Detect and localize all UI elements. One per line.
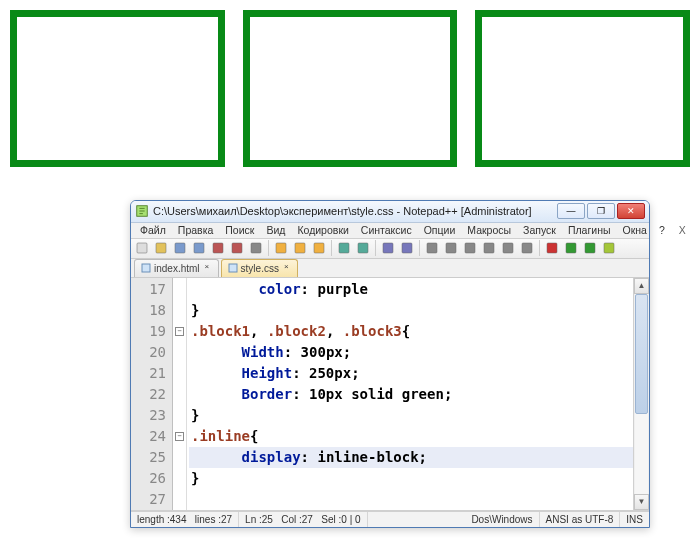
print-icon[interactable] [247,239,265,257]
svg-rect-15 [427,243,437,253]
redo-icon[interactable] [354,239,372,257]
menu-макросы[interactable]: Макросы [462,223,516,237]
scroll-up-icon[interactable]: ▲ [634,278,649,294]
cut-icon[interactable] [272,239,290,257]
code-line[interactable]: .inline{ [189,426,633,447]
file-icon [141,263,151,273]
scroll-down-icon[interactable]: ▼ [634,494,649,510]
fold-cell [173,363,186,384]
svg-rect-20 [522,243,532,253]
window-controls: — ❐ ✕ [557,203,645,219]
maximize-button[interactable]: ❐ [587,203,615,219]
tab-style-css[interactable]: style.css× [221,259,298,277]
menu-close-x[interactable]: X [674,223,691,237]
block1 [10,10,225,167]
code-line[interactable]: } [189,405,633,426]
fold-cell [173,384,186,405]
replace-icon[interactable] [398,239,416,257]
code-line[interactable]: .block1, .block2, .block3{ [189,321,633,342]
copy-icon[interactable] [291,239,309,257]
menu-запуск[interactable]: Запуск [518,223,561,237]
minimize-button[interactable]: — [557,203,585,219]
undo-icon[interactable] [335,239,353,257]
new-file-icon[interactable] [133,239,151,257]
vertical-scrollbar[interactable]: ▲ ▼ [633,278,649,510]
fold-cell[interactable]: − [173,321,186,342]
status-encoding: ANSI as UTF-8 [540,512,621,527]
fold-cell[interactable]: − [173,426,186,447]
fold-cell [173,447,186,468]
open-icon[interactable] [152,239,170,257]
save-all-icon[interactable] [190,239,208,257]
fold-cell [173,300,186,321]
menu-файл[interactable]: Файл [135,223,171,237]
tab-label: index.html [154,263,200,274]
svg-rect-13 [383,243,393,253]
close-button[interactable]: ✕ [617,203,645,219]
record-macro-icon[interactable] [543,239,561,257]
status-caret: Ln : 25 Col : 27 Sel : 0 | 0 [239,512,367,527]
code-line[interactable]: color: purple [189,279,633,300]
fold-box-icon[interactable]: − [175,327,184,336]
fold-margin: −− [173,278,187,510]
code-line[interactable]: } [189,300,633,321]
guide-icon[interactable] [499,239,517,257]
menu-?[interactable]: ? [654,223,670,237]
menu-окна[interactable]: Окна [618,223,652,237]
find-icon[interactable] [379,239,397,257]
menu-вид[interactable]: Вид [261,223,290,237]
block3 [475,10,690,167]
block2 [243,10,458,167]
paste-icon[interactable] [310,239,328,257]
svg-rect-26 [229,264,237,272]
menu-поиск[interactable]: Поиск [220,223,259,237]
fold-cell [173,405,186,426]
menu-синтаксис[interactable]: Синтаксис [356,223,417,237]
tab-index-html[interactable]: index.html× [134,259,219,277]
play-macro-icon[interactable] [562,239,580,257]
svg-rect-2 [156,243,166,253]
code-line[interactable]: } [189,468,633,489]
svg-rect-16 [446,243,456,253]
svg-rect-25 [142,264,150,272]
fold-icon[interactable] [518,239,536,257]
code-line[interactable]: Width: 300px; [189,342,633,363]
fold-cell [173,342,186,363]
menu-плагины[interactable]: Плагины [563,223,616,237]
code-line[interactable]: Border: 10px solid green; [189,384,633,405]
menu-правка[interactable]: Правка [173,223,218,237]
show-all-icon[interactable] [480,239,498,257]
svg-rect-24 [604,243,614,253]
status-length: length : 434 lines : 27 [131,512,239,527]
code-line[interactable]: display: inline-block; [189,447,633,468]
toolbar-separator [331,240,332,256]
titlebar[interactable]: C:\Users\михаил\Desktop\эксперимент\styl… [131,201,649,223]
menubar: ФайлПравкаПоискВидКодировкиСинтаксисОпци… [131,223,649,239]
save-icon[interactable] [171,239,189,257]
tab-close-icon[interactable]: × [205,262,215,272]
code-line[interactable] [189,489,633,510]
status-eol: Dos\Windows [465,512,539,527]
svg-rect-14 [402,243,412,253]
title-text: C:\Users\михаил\Desktop\эксперимент\styl… [153,205,557,217]
close-all-icon[interactable] [228,239,246,257]
svg-rect-21 [547,243,557,253]
scroll-thumb[interactable] [635,294,648,414]
statusbar: length : 434 lines : 27 Ln : 25 Col : 27… [131,511,649,527]
zoom-in-icon[interactable] [423,239,441,257]
wrap-icon[interactable] [461,239,479,257]
toolbar [131,239,649,259]
zoom-out-icon[interactable] [442,239,460,257]
fold-cell [173,468,186,489]
menu-опции[interactable]: Опции [419,223,461,237]
fold-box-icon[interactable]: − [175,432,184,441]
code-editor[interactable]: color: purple}.block1, .block2, .block3{… [187,278,633,510]
svg-rect-7 [251,243,261,253]
run-icon[interactable] [600,239,618,257]
tab-close-icon[interactable]: × [284,262,294,272]
close-icon[interactable] [209,239,227,257]
svg-rect-8 [276,243,286,253]
code-line[interactable]: Height: 250px; [189,363,633,384]
stop-macro-icon[interactable] [581,239,599,257]
menu-кодировки[interactable]: Кодировки [292,223,353,237]
